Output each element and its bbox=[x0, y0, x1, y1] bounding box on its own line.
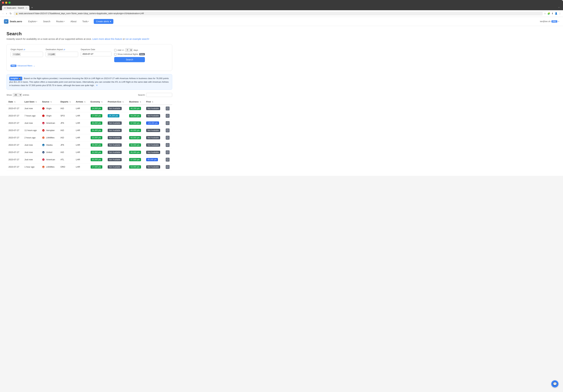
cell-info: ⓘ bbox=[164, 134, 172, 141]
origin-label: Origin Airport ⇄ bbox=[11, 48, 43, 51]
info-button[interactable]: ⓘ bbox=[166, 107, 170, 110]
routes-label: Routes bbox=[56, 20, 63, 23]
user-menu[interactable]: ian@ian.sh PRO ▾ bbox=[540, 20, 559, 23]
back-button[interactable]: ‹ bbox=[2, 12, 4, 15]
cell-last-seen: Just now bbox=[22, 156, 40, 163]
cell-economy: 17,500 pts bbox=[89, 163, 106, 171]
bookmark-icon[interactable]: ☆ bbox=[544, 12, 546, 15]
cell-source: LMLifeMiles bbox=[40, 163, 58, 171]
col-first[interactable]: First ⇅ bbox=[144, 99, 164, 105]
cell-last-seen: Just now bbox=[22, 119, 40, 127]
lock-icon: 🔒 bbox=[16, 13, 18, 15]
learn-more-link[interactable]: Learn more about this feature bbox=[92, 38, 122, 40]
destination-tag-value: LHR bbox=[51, 53, 55, 56]
cell-departs: SFO bbox=[58, 112, 74, 119]
options-group: Add +/- 7 1 3 5 10 days Show individual … bbox=[114, 48, 145, 62]
advanced-filters-pro-badge: PRO bbox=[11, 65, 16, 67]
nav-item-explore[interactable]: Explore ▾ bbox=[27, 19, 38, 23]
info-button[interactable]: ⓘ bbox=[166, 136, 170, 140]
cell-premium-eco: Not Available bbox=[106, 163, 127, 171]
logo-icon: ✈ bbox=[4, 19, 8, 24]
table-row: 2023-07-27 Just now VVirgin IAD LHR 14,0… bbox=[6, 105, 172, 112]
show-flights-checkbox[interactable] bbox=[114, 53, 116, 55]
cell-premium-eco: Not Available bbox=[106, 149, 127, 156]
logo[interactable]: ✈ Seats.aero bbox=[4, 19, 22, 24]
example-search-link[interactable]: run an example search! bbox=[125, 38, 149, 40]
col-last-seen[interactable]: Last Seen ⇅ bbox=[22, 99, 40, 105]
destination-tag-remove[interactable]: ✕ bbox=[48, 53, 50, 55]
destination-field-group: Destination Airport ⇄ ✕ LHR bbox=[46, 48, 78, 57]
add-days-checkbox[interactable] bbox=[114, 49, 116, 51]
origin-tag-remove[interactable]: ✕ bbox=[13, 53, 15, 55]
info-button[interactable]: ⓘ bbox=[166, 150, 170, 154]
nav-item-search[interactable]: Search bbox=[42, 19, 51, 23]
col-arrives[interactable]: Arrives ⇅ bbox=[74, 99, 89, 105]
pro-badge: PRO bbox=[551, 20, 557, 23]
info-button[interactable]: ⓘ bbox=[166, 114, 170, 118]
departure-date-field-group: Departure Date bbox=[81, 48, 112, 56]
col-departs[interactable]: Departs ⇅ bbox=[58, 99, 74, 105]
cell-arrives: LHR bbox=[74, 156, 89, 163]
forward-button[interactable]: › bbox=[5, 12, 7, 15]
new-tab-button[interactable]: + bbox=[30, 5, 34, 10]
col-source[interactable]: Source ⇅ bbox=[40, 99, 58, 105]
departure-date-label: Departure Date bbox=[81, 48, 112, 51]
insights-close-button[interactable]: ✕ bbox=[96, 84, 98, 87]
cell-source: APAeroplan bbox=[40, 127, 58, 134]
cell-departs: IAD bbox=[58, 127, 74, 134]
show-entries-control: Show 25 10 50 100 entries bbox=[6, 93, 29, 97]
cell-premium-eco: Not Available bbox=[106, 134, 127, 141]
maximize-traffic-light[interactable] bbox=[8, 2, 11, 4]
advanced-filters-button[interactable]: PRO Advanced filters ⌄ bbox=[11, 64, 35, 67]
table-row: 2023-07-27 7 hours ago VVirgin SFO LHR 1… bbox=[6, 112, 172, 119]
col-date[interactable]: Date ⇅ bbox=[6, 99, 22, 105]
explore-label: Explore bbox=[28, 20, 36, 23]
reload-button[interactable]: ↻ bbox=[9, 12, 12, 15]
info-button[interactable]: ⓘ bbox=[166, 128, 170, 132]
create-alerts-button[interactable]: Create alerts ▾ bbox=[94, 19, 113, 24]
menu-icon[interactable]: ⋮ bbox=[559, 12, 561, 15]
cell-business: 60,000 pts bbox=[127, 134, 144, 141]
cell-departs: ATL bbox=[58, 156, 74, 163]
table-search-input[interactable] bbox=[146, 93, 172, 97]
cell-info: ⓘ bbox=[164, 149, 172, 156]
col-premium-eco[interactable]: Premium Eco ⇅ bbox=[106, 99, 127, 105]
table-controls: Show 25 10 50 100 entries Search: bbox=[6, 93, 172, 97]
explore-chevron: ▾ bbox=[36, 20, 37, 22]
nav-item-about[interactable]: About bbox=[70, 19, 77, 23]
cell-economy: 30,000 pts bbox=[89, 156, 106, 163]
entries-select[interactable]: 25 10 50 100 bbox=[13, 93, 22, 97]
url-bar[interactable]: 🔒 seats.aero/search?date=2023-07-27&addi… bbox=[14, 12, 543, 15]
show-flights-label: Show individual flights bbox=[117, 53, 138, 55]
cell-info: ⓘ bbox=[164, 112, 172, 119]
nav-item-routes[interactable]: Routes ▾ bbox=[55, 19, 66, 23]
nav-item-tools[interactable]: Tools ▾ bbox=[81, 19, 90, 23]
add-days-select[interactable]: 7 1 3 5 10 bbox=[125, 48, 133, 52]
table-body: 2023-07-27 Just now VVirgin IAD LHR 14,0… bbox=[6, 105, 172, 171]
profile-icon[interactable]: 👤 bbox=[555, 12, 557, 15]
destination-swap-icon[interactable]: ⇄ bbox=[64, 48, 65, 51]
info-button[interactable]: ⓘ bbox=[166, 143, 170, 147]
extension-icon[interactable]: 🧩 bbox=[547, 12, 550, 15]
col-economy[interactable]: Economy ⇅ bbox=[89, 99, 106, 105]
close-traffic-light[interactable] bbox=[2, 2, 4, 4]
origin-swap-icon[interactable]: ⇄ bbox=[24, 48, 25, 51]
minimize-traffic-light[interactable] bbox=[5, 2, 7, 4]
active-tab[interactable]: ✈ Seats.aero - Search ✕ bbox=[2, 6, 29, 10]
origin-input[interactable]: ✕ USA bbox=[11, 52, 43, 57]
info-button[interactable]: ⓘ bbox=[166, 121, 170, 125]
tab-collapse-button[interactable]: ⌃ bbox=[557, 6, 561, 10]
navbar: ✈ Seats.aero Explore ▾ Search Routes ▾ A… bbox=[0, 17, 563, 26]
download-icon[interactable]: ⬇ bbox=[551, 12, 553, 15]
cell-departs: IAD bbox=[58, 105, 74, 112]
departure-date-input[interactable] bbox=[81, 52, 112, 56]
cell-economy: 30,000 pts bbox=[89, 141, 106, 149]
destination-input[interactable]: ✕ LHR bbox=[46, 52, 78, 57]
search-button[interactable]: Search bbox=[114, 57, 145, 62]
info-button[interactable]: ⓘ bbox=[166, 158, 170, 162]
tab-close-button[interactable]: ✕ bbox=[26, 7, 27, 9]
info-button[interactable]: ⓘ bbox=[166, 165, 170, 169]
cell-last-seen: 7 hours ago bbox=[22, 112, 40, 119]
cell-premium-eco: Not Available bbox=[106, 127, 127, 134]
col-business[interactable]: Business ⇅ bbox=[127, 99, 144, 105]
